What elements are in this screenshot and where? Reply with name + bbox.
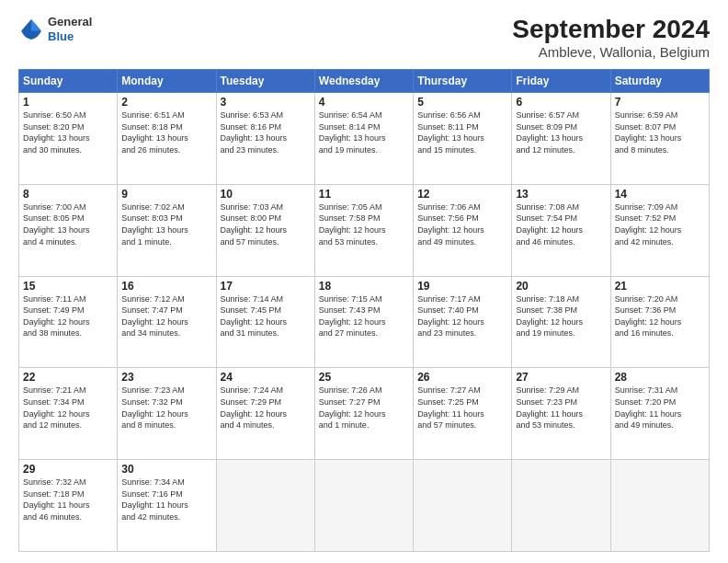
table-row: 22Sunrise: 7:21 AMSunset: 7:34 PMDayligh… <box>19 368 118 460</box>
week-row-5: 29Sunrise: 7:32 AMSunset: 7:18 PMDayligh… <box>19 460 710 552</box>
day-num: 29 <box>23 463 113 476</box>
day-info: Sunrise: 7:27 AMSunset: 7:25 PMDaylight:… <box>417 385 507 431</box>
table-row: 23Sunrise: 7:23 AMSunset: 7:32 PMDayligh… <box>118 368 216 460</box>
day-info: Sunrise: 7:18 AMSunset: 7:38 PMDaylight:… <box>516 293 606 339</box>
day-num: 9 <box>121 188 211 201</box>
day-info: Sunrise: 7:05 AMSunset: 7:58 PMDaylight:… <box>319 201 409 247</box>
day-num: 24 <box>221 371 311 384</box>
day-info: Sunrise: 7:12 AMSunset: 7:47 PMDaylight:… <box>121 293 211 339</box>
table-row <box>610 460 709 552</box>
table-row: 12Sunrise: 7:06 AMSunset: 7:56 PMDayligh… <box>414 184 512 276</box>
header-row: Sunday Monday Tuesday Wednesday Thursday… <box>19 70 710 93</box>
table-row: 10Sunrise: 7:03 AMSunset: 8:00 PMDayligh… <box>216 184 314 276</box>
table-row: 29Sunrise: 7:32 AMSunset: 7:18 PMDayligh… <box>19 460 118 552</box>
day-info: Sunrise: 6:54 AMSunset: 8:14 PMDaylight:… <box>319 109 409 155</box>
day-info: Sunrise: 7:34 AMSunset: 7:16 PMDaylight:… <box>121 477 211 523</box>
col-tuesday: Tuesday <box>216 70 314 93</box>
table-row <box>216 460 314 552</box>
day-num: 27 <box>516 371 606 384</box>
table-row: 13Sunrise: 7:08 AMSunset: 7:54 PMDayligh… <box>512 184 610 276</box>
table-row: 17Sunrise: 7:14 AMSunset: 7:45 PMDayligh… <box>216 276 314 368</box>
table-row: 24Sunrise: 7:24 AMSunset: 7:29 PMDayligh… <box>216 368 314 460</box>
day-num: 5 <box>417 96 507 109</box>
day-info: Sunrise: 7:20 AMSunset: 7:36 PMDaylight:… <box>615 293 705 339</box>
table-row: 15Sunrise: 7:11 AMSunset: 7:49 PMDayligh… <box>19 276 118 368</box>
day-info: Sunrise: 7:17 AMSunset: 7:40 PMDaylight:… <box>417 293 507 339</box>
header: General Blue September 2024 Ambleve, Wal… <box>18 15 710 60</box>
col-monday: Monday <box>118 70 216 93</box>
day-info: Sunrise: 6:57 AMSunset: 8:09 PMDaylight:… <box>516 109 606 155</box>
day-num: 25 <box>319 371 409 384</box>
day-num: 22 <box>23 371 113 384</box>
table-row: 4Sunrise: 6:54 AMSunset: 8:14 PMDaylight… <box>314 93 413 185</box>
week-row-4: 22Sunrise: 7:21 AMSunset: 7:34 PMDayligh… <box>19 368 710 460</box>
day-num: 18 <box>319 280 409 293</box>
logo-blue: Blue <box>48 29 92 44</box>
day-info: Sunrise: 7:24 AMSunset: 7:29 PMDaylight:… <box>221 385 311 431</box>
day-num: 30 <box>121 463 211 476</box>
day-num: 26 <box>417 371 507 384</box>
table-row: 21Sunrise: 7:20 AMSunset: 7:36 PMDayligh… <box>610 276 709 368</box>
logo-text: General Blue <box>48 15 92 43</box>
logo-general: General <box>48 15 92 29</box>
day-info: Sunrise: 7:21 AMSunset: 7:34 PMDaylight:… <box>23 385 113 431</box>
day-num: 12 <box>417 188 507 201</box>
table-row: 28Sunrise: 7:31 AMSunset: 7:20 PMDayligh… <box>610 368 709 460</box>
col-sunday: Sunday <box>19 70 118 93</box>
table-row <box>512 460 610 552</box>
col-saturday: Saturday <box>610 70 709 93</box>
table-row: 14Sunrise: 7:09 AMSunset: 7:52 PMDayligh… <box>610 184 709 276</box>
logo-icon <box>18 17 44 42</box>
day-info: Sunrise: 7:32 AMSunset: 7:18 PMDaylight:… <box>23 477 113 523</box>
day-num: 20 <box>516 280 606 293</box>
calendar-table: Sunday Monday Tuesday Wednesday Thursday… <box>18 69 710 552</box>
day-info: Sunrise: 7:06 AMSunset: 7:56 PMDaylight:… <box>417 201 507 247</box>
table-row: 26Sunrise: 7:27 AMSunset: 7:25 PMDayligh… <box>414 368 512 460</box>
day-num: 11 <box>319 188 409 201</box>
table-row: 19Sunrise: 7:17 AMSunset: 7:40 PMDayligh… <box>414 276 512 368</box>
day-info: Sunrise: 7:03 AMSunset: 8:00 PMDaylight:… <box>221 201 311 247</box>
day-num: 3 <box>221 96 311 109</box>
day-info: Sunrise: 7:11 AMSunset: 7:49 PMDaylight:… <box>23 293 113 339</box>
day-num: 6 <box>516 96 606 109</box>
table-row: 11Sunrise: 7:05 AMSunset: 7:58 PMDayligh… <box>314 184 413 276</box>
day-num: 14 <box>615 188 705 201</box>
day-num: 8 <box>23 188 113 201</box>
table-row: 5Sunrise: 6:56 AMSunset: 8:11 PMDaylight… <box>414 93 512 185</box>
day-info: Sunrise: 6:59 AMSunset: 8:07 PMDaylight:… <box>615 109 705 155</box>
week-row-2: 8Sunrise: 7:00 AMSunset: 8:05 PMDaylight… <box>19 184 710 276</box>
day-num: 28 <box>615 371 705 384</box>
table-row: 20Sunrise: 7:18 AMSunset: 7:38 PMDayligh… <box>512 276 610 368</box>
title-block: September 2024 Ambleve, Wallonia, Belgiu… <box>512 15 710 60</box>
day-info: Sunrise: 6:50 AMSunset: 8:20 PMDaylight:… <box>23 109 113 155</box>
day-info: Sunrise: 7:26 AMSunset: 7:27 PMDaylight:… <box>319 385 409 431</box>
day-num: 15 <box>23 280 113 293</box>
day-info: Sunrise: 7:02 AMSunset: 8:03 PMDaylight:… <box>121 201 211 247</box>
table-row: 8Sunrise: 7:00 AMSunset: 8:05 PMDaylight… <box>19 184 118 276</box>
day-info: Sunrise: 7:14 AMSunset: 7:45 PMDaylight:… <box>221 293 311 339</box>
day-num: 17 <box>221 280 311 293</box>
table-row: 30Sunrise: 7:34 AMSunset: 7:16 PMDayligh… <box>118 460 216 552</box>
day-num: 23 <box>121 371 211 384</box>
day-num: 10 <box>221 188 311 201</box>
table-row: 7Sunrise: 6:59 AMSunset: 8:07 PMDaylight… <box>610 93 709 185</box>
day-num: 21 <box>615 280 705 293</box>
day-info: Sunrise: 7:00 AMSunset: 8:05 PMDaylight:… <box>23 201 113 247</box>
day-num: 1 <box>23 96 113 109</box>
week-row-1: 1Sunrise: 6:50 AMSunset: 8:20 PMDaylight… <box>19 93 710 185</box>
table-row: 2Sunrise: 6:51 AMSunset: 8:18 PMDaylight… <box>118 93 216 185</box>
day-num: 2 <box>121 96 211 109</box>
day-num: 7 <box>615 96 705 109</box>
col-thursday: Thursday <box>414 70 512 93</box>
table-row: 27Sunrise: 7:29 AMSunset: 7:23 PMDayligh… <box>512 368 610 460</box>
day-num: 16 <box>121 280 211 293</box>
calendar-subtitle: Ambleve, Wallonia, Belgium <box>512 44 710 60</box>
table-row: 6Sunrise: 6:57 AMSunset: 8:09 PMDaylight… <box>512 93 610 185</box>
day-info: Sunrise: 7:29 AMSunset: 7:23 PMDaylight:… <box>516 385 606 431</box>
table-row: 18Sunrise: 7:15 AMSunset: 7:43 PMDayligh… <box>314 276 413 368</box>
calendar-title: September 2024 <box>512 15 710 44</box>
day-info: Sunrise: 7:15 AMSunset: 7:43 PMDaylight:… <box>319 293 409 339</box>
day-info: Sunrise: 7:31 AMSunset: 7:20 PMDaylight:… <box>615 385 705 431</box>
day-num: 19 <box>417 280 507 293</box>
day-num: 13 <box>516 188 606 201</box>
